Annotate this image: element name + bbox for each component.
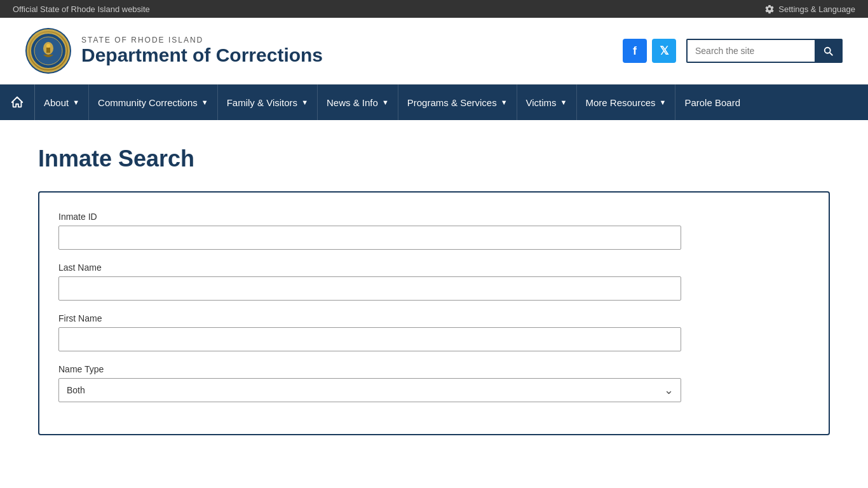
header-title-block: STATE OF RHODE ISLAND Department of Corr… [81, 36, 323, 66]
search-button[interactable] [815, 40, 841, 62]
nav-more-resources-chevron: ▼ [660, 98, 667, 106]
main-nav: About ▼ Community Corrections ▼ Family &… [0, 85, 868, 120]
header: STATE OF RHODE ISLAND Department of Corr… [0, 18, 868, 85]
settings-label: Settings & Language [778, 4, 855, 14]
nav-news-info-label: News & Info [327, 97, 378, 108]
nav-item-about[interactable]: About ▼ [35, 85, 89, 120]
nav-item-family-visitors[interactable]: Family & Visitors ▼ [218, 85, 318, 120]
header-title: Department of Corrections [81, 44, 323, 66]
social-icons: f 𝕏 [623, 39, 676, 63]
search-icon [822, 45, 834, 57]
name-type-group: Name Type Both Legal Alias ⌄ [58, 364, 810, 402]
nav-victims-chevron: ▼ [560, 98, 567, 106]
twitter-button[interactable]: 𝕏 [652, 39, 676, 63]
nav-parole-board-label: Parole Board [684, 97, 740, 108]
first-name-input[interactable] [58, 327, 681, 351]
gear-icon [764, 4, 775, 14]
nav-item-community-corrections[interactable]: Community Corrections ▼ [89, 85, 218, 120]
nav-programs-services-label: Programs & Services [407, 97, 497, 108]
header-left: STATE OF RHODE ISLAND Department of Corr… [25, 28, 323, 74]
first-name-label: First Name [58, 313, 810, 323]
last-name-group: Last Name [58, 262, 810, 301]
inmate-search-form: Inmate ID Last Name First Name Name Type… [38, 191, 830, 435]
header-subtitle: STATE OF RHODE ISLAND [81, 36, 323, 44]
nav-item-parole-board[interactable]: Parole Board [675, 85, 749, 120]
nav-programs-services-chevron: ▼ [501, 98, 508, 106]
inmate-id-label: Inmate ID [58, 212, 810, 222]
nav-item-news-info[interactable]: News & Info ▼ [318, 85, 398, 120]
inmate-id-input[interactable] [58, 226, 681, 250]
settings-language-button[interactable]: Settings & Language [764, 4, 855, 14]
page-title: Inmate Search [38, 146, 830, 172]
nav-more-resources-label: More Resources [586, 97, 656, 108]
nav-item-more-resources[interactable]: More Resources ▼ [577, 85, 676, 120]
svg-rect-4 [46, 48, 50, 53]
nav-item-victims[interactable]: Victims ▼ [517, 85, 577, 120]
nav-victims-label: Victims [526, 97, 557, 108]
home-icon [10, 95, 24, 109]
nav-item-programs-services[interactable]: Programs & Services ▼ [398, 85, 517, 120]
nav-about-label: About [44, 97, 69, 108]
inmate-id-group: Inmate ID [58, 212, 810, 250]
official-text: Official State of Rhode Island website [13, 4, 150, 14]
header-right: f 𝕏 [623, 39, 843, 63]
search-input[interactable] [688, 41, 815, 61]
last-name-input[interactable] [58, 276, 681, 301]
top-bar: Official State of Rhode Island website S… [0, 0, 868, 18]
main-content: Inmate Search Inmate ID Last Name First … [0, 120, 868, 461]
name-type-label: Name Type [58, 364, 810, 374]
nav-about-chevron: ▼ [72, 98, 79, 106]
nav-family-visitors-chevron: ▼ [301, 98, 308, 106]
nav-family-visitors-label: Family & Visitors [227, 97, 297, 108]
last-name-label: Last Name [58, 262, 810, 273]
nav-news-info-chevron: ▼ [382, 98, 389, 106]
svg-point-3 [46, 44, 50, 48]
facebook-button[interactable]: f [623, 39, 647, 63]
logo [25, 28, 71, 74]
first-name-group: First Name [58, 313, 810, 351]
search-container [686, 39, 843, 63]
nav-home-button[interactable] [0, 85, 35, 120]
logo-inner [27, 29, 70, 72]
logo-seal [29, 32, 67, 70]
name-type-select-wrapper: Both Legal Alias ⌄ [58, 378, 681, 402]
name-type-select[interactable]: Both Legal Alias [58, 378, 681, 402]
nav-community-corrections-chevron: ▼ [201, 98, 208, 106]
nav-community-corrections-label: Community Corrections [98, 97, 198, 108]
